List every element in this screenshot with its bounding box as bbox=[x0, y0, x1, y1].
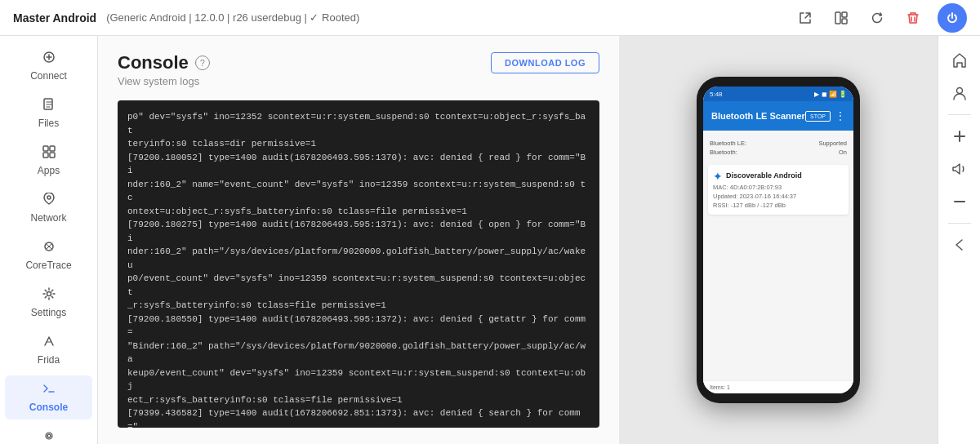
sidebar-label-console: Console bbox=[29, 402, 68, 413]
svg-rect-2 bbox=[842, 19, 847, 24]
topbar: Master Android (Generic Android | 12.0.0… bbox=[0, 0, 980, 36]
svg-rect-1 bbox=[842, 12, 847, 17]
ble-status: Supported bbox=[818, 140, 847, 147]
console-header: Console ? View system logs DOWNLOAD LOG bbox=[118, 52, 599, 87]
svg-rect-7 bbox=[43, 153, 48, 158]
console-log[interactable]: p0" dev="sysfs" ino=12352 scontext=u:r:s… bbox=[118, 100, 599, 428]
external-link-icon bbox=[799, 11, 812, 24]
phone-status-bar: 5:48 ▶ ◼ 📶 🔋 bbox=[703, 87, 853, 101]
sidebar-label-coretrace: CoreTrace bbox=[25, 260, 71, 271]
sidebar-label-files: Files bbox=[38, 118, 59, 129]
console-icon bbox=[42, 382, 56, 398]
toolbar-divider-2 bbox=[948, 223, 971, 224]
svg-rect-8 bbox=[50, 153, 55, 158]
back-button[interactable] bbox=[945, 230, 974, 260]
phone-footer: Items: 1 bbox=[703, 380, 853, 393]
layout-icon bbox=[835, 11, 848, 24]
sidebar: Connect Files Apps Network CoreTrace bbox=[0, 36, 98, 444]
sensors-icon bbox=[42, 429, 56, 444]
refresh-button[interactable] bbox=[866, 7, 889, 29]
phone-time: 5:48 bbox=[710, 91, 723, 98]
main-layout: Connect Files Apps Network CoreTrace bbox=[0, 36, 980, 444]
minus-icon bbox=[951, 193, 968, 210]
phone-panel: 5:48 ▶ ◼ 📶 🔋 Bluetooth LE Scanner STOP ⋮ bbox=[619, 36, 938, 444]
phone-status-icons: ▶ ◼ 📶 🔋 bbox=[814, 91, 847, 98]
files-icon bbox=[42, 98, 56, 114]
trash-icon bbox=[906, 11, 920, 24]
download-log-button[interactable]: DOWNLOAD LOG bbox=[491, 52, 599, 73]
toolbar-divider-1 bbox=[948, 114, 971, 115]
back-icon bbox=[951, 237, 968, 253]
power-button[interactable] bbox=[938, 3, 967, 33]
zoom-out-button[interactable] bbox=[945, 187, 974, 216]
svg-rect-6 bbox=[50, 146, 55, 151]
home-button[interactable] bbox=[945, 46, 974, 75]
home-icon bbox=[951, 52, 968, 69]
bt-label: Bluetooth: bbox=[710, 149, 737, 156]
sidebar-label-connect: Connect bbox=[30, 70, 67, 82]
device-subtitle: (Generic Android | 12.0.0 | r26 userdebu… bbox=[106, 11, 359, 24]
bt-status: On bbox=[839, 149, 847, 156]
right-toolbar bbox=[938, 36, 980, 444]
delete-button[interactable] bbox=[902, 7, 924, 29]
content-area: Console ? View system logs DOWNLOAD LOG … bbox=[98, 36, 619, 444]
sidebar-item-apps[interactable]: Apps bbox=[5, 139, 92, 183]
sidebar-item-settings[interactable]: Settings bbox=[5, 281, 92, 325]
phone-app-title: Bluetooth LE Scanner bbox=[711, 111, 805, 121]
phone-stop-button[interactable]: STOP bbox=[805, 111, 831, 122]
sidebar-label-frida: Frida bbox=[38, 354, 60, 366]
card-title: Discoverable Android bbox=[726, 171, 802, 180]
phone-app-bar: Bluetooth LE Scanner STOP ⋮ bbox=[703, 101, 853, 131]
sidebar-label-settings: Settings bbox=[31, 307, 66, 318]
console-title-section: Console ? View system logs bbox=[118, 52, 210, 87]
bluetooth-info-section: Bluetooth LE: Supported Bluetooth: On bbox=[708, 135, 849, 160]
topbar-actions bbox=[794, 3, 967, 33]
discoverable-card: ✦ Discoverable Android MAC: 4D:A0:07:2B:… bbox=[708, 165, 849, 215]
phone-more-icon[interactable]: ⋮ bbox=[835, 110, 845, 122]
sidebar-item-files[interactable]: Files bbox=[5, 91, 92, 135]
bluetooth-row: Bluetooth: On bbox=[710, 148, 847, 157]
svg-rect-5 bbox=[43, 146, 48, 151]
console-info-icon[interactable]: ? bbox=[195, 56, 210, 70]
bluetooth-card-icon: ✦ bbox=[713, 170, 723, 183]
power-icon bbox=[946, 11, 959, 24]
card-rssi: RSSI: -127 dBb / -127 dBb bbox=[713, 201, 844, 210]
phone-device: 5:48 ▶ ◼ 📶 🔋 Bluetooth LE Scanner STOP ⋮ bbox=[697, 77, 860, 403]
card-mac: MAC: 4D:A0:07:2B:07:93 bbox=[713, 183, 844, 192]
sidebar-label-apps: Apps bbox=[38, 165, 60, 176]
sidebar-item-sensors[interactable]: Sensors bbox=[5, 423, 92, 444]
sidebar-item-console[interactable]: Console bbox=[5, 375, 92, 420]
frida-icon bbox=[42, 335, 56, 351]
layout-button[interactable] bbox=[830, 7, 853, 29]
bluetooth-le-row: Bluetooth LE: Supported bbox=[710, 139, 847, 148]
apps-icon bbox=[42, 145, 56, 162]
phone-screen: 5:48 ▶ ◼ 📶 🔋 Bluetooth LE Scanner STOP ⋮ bbox=[703, 87, 853, 393]
console-subtitle: View system logs bbox=[118, 75, 210, 87]
sidebar-label-network: Network bbox=[30, 212, 66, 224]
sidebar-item-frida[interactable]: Frida bbox=[5, 328, 92, 372]
svg-point-15 bbox=[956, 88, 962, 94]
console-title: Console bbox=[118, 52, 189, 73]
refresh-icon bbox=[871, 11, 884, 24]
sidebar-item-network[interactable]: Network bbox=[5, 186, 92, 230]
volume-icon bbox=[951, 161, 968, 177]
settings-icon bbox=[42, 287, 56, 304]
console-title-row: Console ? bbox=[118, 52, 210, 73]
sidebar-item-connect[interactable]: Connect bbox=[5, 44, 92, 88]
external-link-button[interactable] bbox=[794, 7, 817, 29]
card-updated: Updated: 2023-07-16 16:44:37 bbox=[713, 192, 844, 201]
svg-point-9 bbox=[47, 196, 51, 199]
card-header: ✦ Discoverable Android bbox=[713, 170, 844, 183]
ble-label: Bluetooth LE: bbox=[710, 140, 746, 147]
svg-point-12 bbox=[47, 434, 51, 437]
phone-content: Bluetooth LE: Supported Bluetooth: On ✦ … bbox=[703, 131, 853, 380]
phone-app-actions: STOP ⋮ bbox=[805, 110, 845, 122]
connect-icon bbox=[42, 51, 56, 67]
zoom-in-button[interactable] bbox=[945, 122, 974, 151]
coretrace-icon bbox=[42, 240, 56, 256]
volume-button[interactable] bbox=[945, 154, 974, 184]
svg-point-11 bbox=[47, 292, 51, 296]
person-button[interactable] bbox=[945, 78, 974, 108]
plus-icon bbox=[951, 128, 968, 144]
sidebar-item-coretrace[interactable]: CoreTrace bbox=[5, 233, 92, 278]
